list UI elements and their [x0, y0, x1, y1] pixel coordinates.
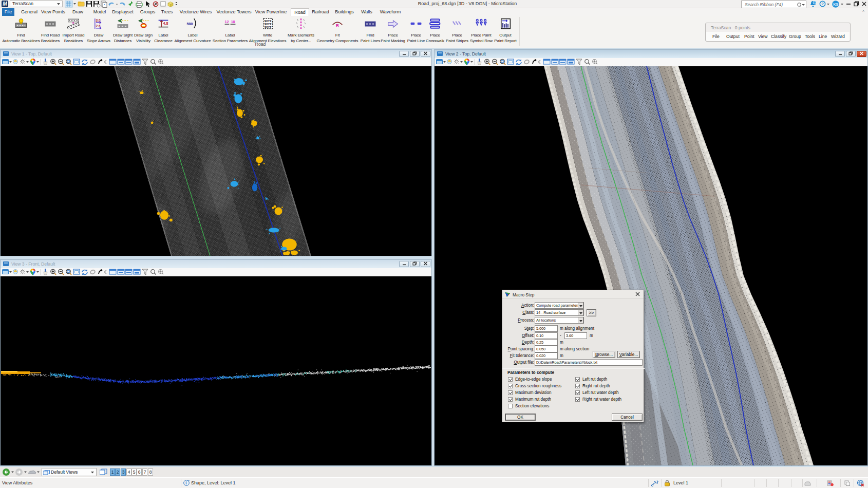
svg-text:12: 12: [225, 20, 229, 24]
svg-text:4.8: 4.8: [163, 22, 168, 26]
svg-text:580: 580: [186, 22, 193, 26]
svg-text:KS: KS: [833, 2, 838, 7]
svg-text:R: R: [336, 23, 339, 28]
svg-text:18: 18: [231, 20, 235, 24]
svg-text:?: ?: [821, 2, 824, 6]
svg-text:$XYZ: $XYZ: [264, 26, 272, 29]
